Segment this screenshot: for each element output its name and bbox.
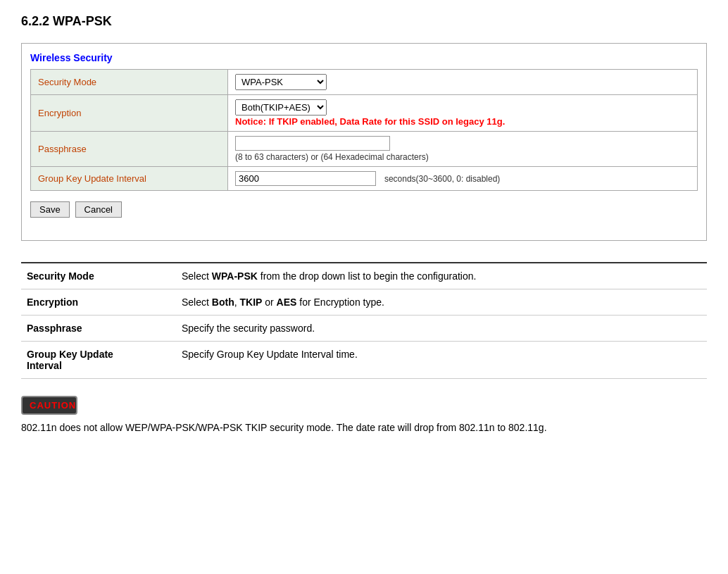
- info-desc-security-mode: Select WPA-PSK from the drop down list t…: [176, 263, 707, 289]
- info-label-passphrase: Passphrase: [21, 316, 176, 342]
- ws-table: Security Mode WPA-PSK WEP WPA2-PSK Disab…: [30, 69, 698, 191]
- info-row-group-key: Group Key UpdateInterval Specify Group K…: [21, 342, 707, 379]
- caution-text: 802.11n does not allow WEP/WPA-PSK/WPA-P…: [21, 420, 707, 435]
- caution-badge: CAUTION: [21, 396, 707, 415]
- encryption-value-cell: Both(TKIP+AES) TKIP AES Notice: If TKIP …: [228, 95, 698, 132]
- encryption-notice: Notice: If TKIP enabled, Data Rate for t…: [235, 116, 505, 127]
- page-title: 6.2.2 WPA-PSK: [21, 14, 707, 29]
- passphrase-label: Passphrase: [31, 132, 228, 167]
- info-desc-encryption: Select Both, TKIP or AES for Encryption …: [176, 289, 707, 316]
- wireless-security-panel: Wireless Security Security Mode WPA-PSK …: [21, 43, 707, 241]
- group-key-value-cell: seconds(30~3600, 0: disabled): [228, 167, 698, 191]
- info-label-security-mode: Security Mode: [21, 263, 176, 289]
- security-mode-label: Security Mode: [31, 70, 228, 95]
- security-mode-row: Security Mode WPA-PSK WEP WPA2-PSK Disab…: [31, 70, 698, 95]
- passphrase-value-cell: (8 to 63 characters) or (64 Hexadecimal …: [228, 132, 698, 167]
- ws-panel-title: Wireless Security: [30, 52, 698, 63]
- info-desc-group-key: Specify Group Key Update Interval time.: [176, 342, 707, 379]
- info-label-encryption: Encryption: [21, 289, 176, 316]
- passphrase-hint: (8 to 63 characters) or (64 Hexadecimal …: [235, 152, 429, 162]
- info-desc-passphrase: Specify the security password.: [176, 316, 707, 342]
- button-row: Save Cancel: [30, 201, 698, 218]
- security-mode-value-cell: WPA-PSK WEP WPA2-PSK Disable: [228, 70, 698, 95]
- passphrase-row: Passphrase (8 to 63 characters) or (64 H…: [31, 132, 698, 167]
- save-button[interactable]: Save: [30, 201, 70, 218]
- encryption-label: Encryption: [31, 95, 228, 132]
- group-key-hint: seconds(30~3600, 0: disabled): [384, 174, 500, 184]
- group-key-label: Group Key Update Interval: [31, 167, 228, 191]
- group-key-row: Group Key Update Interval seconds(30~360…: [31, 167, 698, 191]
- info-row-encryption: Encryption Select Both, TKIP or AES for …: [21, 289, 707, 316]
- security-mode-select[interactable]: WPA-PSK WEP WPA2-PSK Disable: [235, 74, 327, 90]
- encryption-row: Encryption Both(TKIP+AES) TKIP AES Notic…: [31, 95, 698, 132]
- encryption-select[interactable]: Both(TKIP+AES) TKIP AES: [235, 99, 327, 116]
- info-table: Security Mode Select WPA-PSK from the dr…: [21, 263, 707, 379]
- passphrase-input[interactable]: [235, 136, 390, 151]
- group-key-input[interactable]: [235, 171, 376, 186]
- info-label-group-key: Group Key UpdateInterval: [21, 342, 176, 379]
- info-row-passphrase: Passphrase Specify the security password…: [21, 316, 707, 342]
- caution-section: CAUTION 802.11n does not allow WEP/WPA-P…: [21, 396, 707, 435]
- info-row-security-mode: Security Mode Select WPA-PSK from the dr…: [21, 263, 707, 289]
- cancel-button[interactable]: Cancel: [75, 201, 122, 218]
